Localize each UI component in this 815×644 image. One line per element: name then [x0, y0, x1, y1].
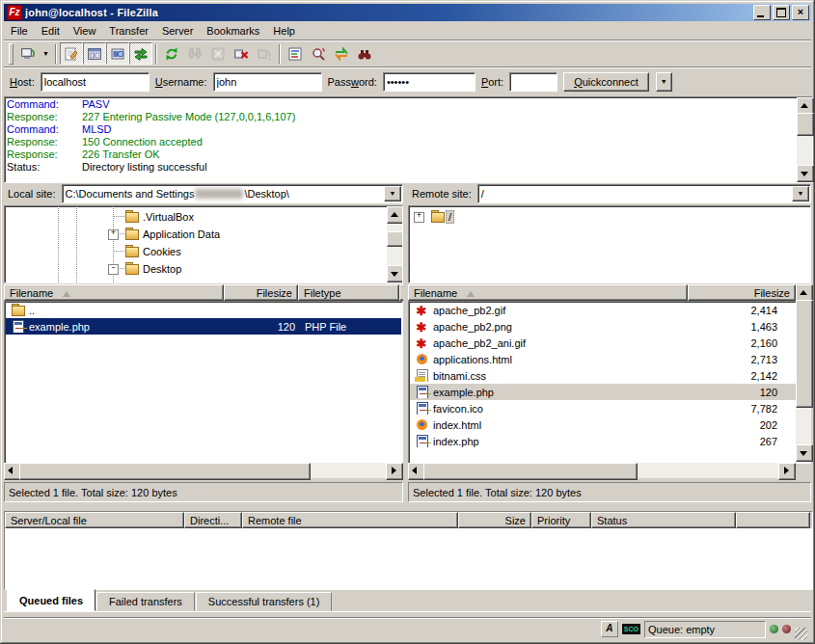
menu-file[interactable]: File: [4, 23, 35, 39]
file-row[interactable]: ..: [6, 302, 401, 318]
tab-successful-transfers-[interactable]: Successful transfers (1): [196, 592, 333, 611]
toggle-message-log-icon[interactable]: [60, 42, 83, 65]
password-input[interactable]: [383, 72, 475, 92]
combo-dropdown-icon[interactable]: ▼: [792, 186, 809, 201]
file-row[interactable]: apache_pb2_ani.gif2,160: [410, 335, 809, 351]
scroll-up-button[interactable]: [387, 206, 403, 224]
tab-queued-files[interactable]: Queued files: [7, 589, 95, 611]
tree-item[interactable]: -Desktop: [124, 260, 184, 277]
port-input[interactable]: [509, 72, 557, 92]
broken-image-icon: [415, 336, 430, 349]
process-queue-icon[interactable]: [183, 42, 206, 65]
local-list-header: FilenameFilesizeFiletypeL: [4, 284, 403, 301]
disconnect-icon[interactable]: [230, 42, 253, 65]
app-icon[interactable]: Fz: [7, 5, 22, 20]
tree-item[interactable]: +/: [430, 208, 454, 225]
file-row[interactable]: bitnami.css2,142: [410, 367, 809, 384]
cancel-operation-icon[interactable]: [206, 42, 230, 65]
column-header-filename[interactable]: Filename: [408, 284, 688, 301]
expand-icon[interactable]: +: [108, 229, 119, 240]
collapse-icon[interactable]: -: [108, 264, 119, 275]
broken-image-icon: [415, 304, 430, 316]
horizontal-scrollbar[interactable]: [408, 463, 796, 478]
menu-edit[interactable]: Edit: [35, 23, 67, 39]
scroll-right-button[interactable]: [386, 463, 403, 480]
scroll-down-button[interactable]: [387, 265, 403, 282]
scroll-thumb[interactable]: [387, 231, 403, 247]
menu-help[interactable]: Help: [266, 23, 302, 39]
scroll-down-button[interactable]: [797, 165, 814, 182]
file-row[interactable]: apache_pb2.gif2,414: [410, 302, 809, 318]
refresh-icon[interactable]: [160, 42, 183, 65]
menu-view[interactable]: View: [67, 23, 103, 39]
find-files-icon[interactable]: [353, 42, 376, 65]
arrow-up-icon: [800, 290, 807, 295]
queue-column-size[interactable]: Size: [458, 512, 531, 528]
menu-bookmarks[interactable]: Bookmarks: [200, 23, 266, 39]
scroll-thumb[interactable]: [797, 113, 814, 136]
horizontal-scrollbar[interactable]: [4, 463, 403, 478]
vertical-scrollbar[interactable]: [796, 284, 811, 462]
compare-directories-icon[interactable]: [307, 42, 330, 65]
tree-item[interactable]: .VirtualBox: [124, 208, 197, 225]
quickconnect-dropdown[interactable]: ▼: [656, 72, 672, 92]
file-row[interactable]: example.php120: [410, 384, 809, 400]
queue-column-status[interactable]: Status: [591, 512, 736, 528]
expand-icon[interactable]: +: [414, 212, 424, 223]
file-row[interactable]: apache_pb2.png1,463: [410, 318, 809, 335]
cell-type: PHP File: [300, 321, 401, 333]
column-header-filename[interactable]: Filename: [4, 284, 224, 301]
site-manager-icon[interactable]: [16, 42, 40, 65]
close-button[interactable]: ×: [792, 5, 809, 20]
column-header-filesize[interactable]: Filesize: [688, 284, 796, 301]
queue-column-serverlocalfile[interactable]: Server/Local file: [5, 512, 184, 528]
reconnect-icon[interactable]: [253, 42, 276, 65]
file-row[interactable]: index.php267: [410, 433, 809, 449]
local-file-list: ..example.php120PHP File1: [4, 301, 403, 464]
queue-column-directi[interactable]: Directi...: [184, 512, 242, 528]
queue-column-blank[interactable]: [736, 512, 810, 528]
filter-icon[interactable]: [284, 42, 307, 65]
quickconnect-button[interactable]: Quickconnect: [563, 72, 649, 92]
speedlimit-indicator-icon[interactable]: SCO: [622, 624, 640, 634]
cell-size: 2,160: [674, 337, 782, 349]
queue-column-priority[interactable]: Priority: [531, 512, 591, 528]
minimize-button[interactable]: [753, 5, 771, 20]
tab-failed-transfers[interactable]: Failed transfers: [96, 592, 195, 611]
combo-dropdown-icon[interactable]: ▼: [384, 186, 401, 201]
file-row[interactable]: example.php120PHP File1: [6, 318, 401, 335]
local-site-combo[interactable]: C:\Documents and Settings\Desktop\▼: [62, 184, 403, 203]
file-row[interactable]: applications.html2,713: [410, 351, 809, 367]
log-scrollbar[interactable]: [797, 97, 812, 182]
log-line: Response:150 Connection accepted: [7, 136, 795, 148]
scroll-thumb[interactable]: [423, 463, 638, 480]
file-row[interactable]: favicon.ico7,782: [410, 400, 809, 416]
toolbar-grip[interactable]: [9, 43, 14, 65]
toggle-local-tree-icon[interactable]: [83, 42, 106, 65]
resize-grip[interactable]: [795, 628, 807, 640]
toggle-queue-icon[interactable]: [129, 42, 152, 65]
vertical-scrollbar[interactable]: [387, 206, 402, 282]
menu-transfer[interactable]: Transfer: [102, 23, 155, 39]
scroll-thumb[interactable]: [796, 300, 813, 408]
menu-server[interactable]: Server: [155, 23, 200, 39]
arrow-down-icon: [391, 272, 398, 277]
synchronized-browsing-icon[interactable]: [330, 42, 353, 65]
host-input[interactable]: [41, 72, 149, 92]
scroll-right-button[interactable]: [778, 463, 796, 480]
queue-column-remotefile[interactable]: Remote file: [242, 512, 458, 528]
tree-item[interactable]: Cookies: [124, 243, 184, 259]
remote-site-combo[interactable]: /▼: [477, 184, 811, 203]
column-header-l[interactable]: L: [399, 284, 403, 301]
scroll-down-button[interactable]: [796, 444, 813, 462]
column-header-filetype[interactable]: Filetype: [298, 284, 399, 301]
scroll-thumb[interactable]: [19, 463, 311, 480]
username-input[interactable]: [213, 72, 322, 92]
site-manager-dropdown-icon[interactable]: ▼: [40, 42, 52, 65]
file-row[interactable]: index.html202: [410, 416, 809, 433]
data-type-indicator-icon[interactable]: A: [601, 621, 618, 637]
maximize-button[interactable]: [773, 5, 790, 20]
column-header-filesize[interactable]: Filesize: [224, 284, 298, 301]
toggle-remote-tree-icon[interactable]: [106, 42, 129, 65]
tree-item[interactable]: +Application Data: [124, 226, 223, 242]
